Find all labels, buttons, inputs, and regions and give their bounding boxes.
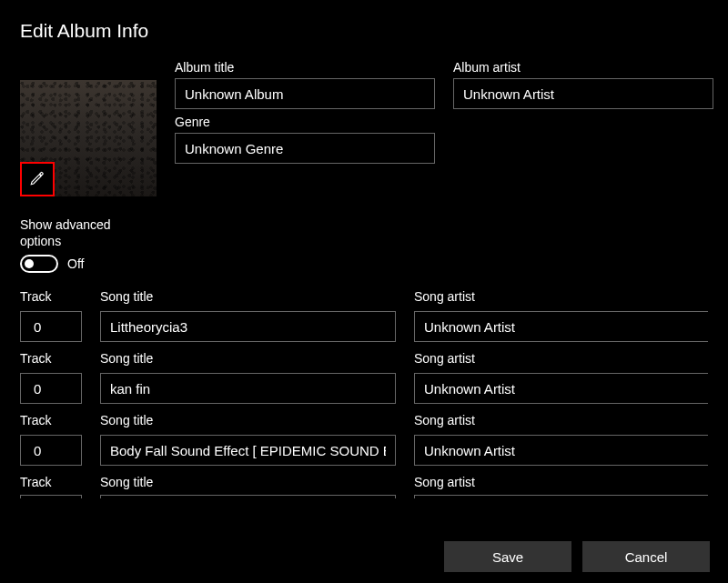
album-title-label: Album title [175, 60, 435, 75]
edit-album-art-button[interactable] [20, 162, 55, 196]
album-art [20, 60, 157, 196]
track-number-input[interactable] [20, 373, 82, 404]
track-list: Track Song title Song artist Track Song … [20, 289, 708, 498]
song-title-label: Song title [100, 413, 396, 427]
track-row: Track Song title Song artist [20, 351, 708, 404]
advanced-toggle[interactable] [20, 255, 58, 273]
pencil-icon [29, 170, 46, 189]
track-number-input[interactable] [20, 311, 82, 342]
song-artist-label: Song artist [414, 475, 708, 489]
song-artist-label: Song artist [414, 351, 708, 366]
toggle-knob [25, 259, 34, 268]
song-artist-label: Song artist [414, 289, 708, 304]
album-title-input[interactable] [175, 78, 435, 109]
song-title-input[interactable] [100, 495, 396, 498]
track-row: Track Song title Song artist [20, 413, 708, 466]
track-number-input[interactable] [20, 435, 82, 466]
song-artist-label: Song artist [414, 413, 708, 427]
album-artist-input[interactable] [453, 78, 713, 109]
album-artist-label: Album artist [453, 60, 713, 75]
save-button[interactable]: Save [444, 541, 571, 572]
song-title-input[interactable] [100, 311, 396, 342]
advanced-toggle-state: Off [67, 256, 84, 271]
song-title-input[interactable] [100, 373, 396, 404]
song-artist-input[interactable] [414, 435, 708, 466]
track-number-input[interactable] [20, 495, 82, 498]
dialog-title: Edit Album Info [20, 20, 708, 42]
cancel-button[interactable]: Cancel [582, 541, 710, 572]
track-label: Track [20, 351, 82, 366]
song-title-label: Song title [100, 351, 396, 366]
genre-label: Genre [175, 115, 435, 129]
song-title-label: Song title [100, 475, 396, 489]
song-artist-input[interactable] [414, 311, 708, 342]
song-title-input[interactable] [100, 435, 396, 466]
track-label: Track [20, 289, 82, 304]
genre-input[interactable] [175, 133, 435, 164]
song-title-label: Song title [100, 289, 396, 304]
song-artist-input[interactable] [414, 495, 708, 498]
advanced-options-label: Show advanced options [20, 216, 138, 249]
song-artist-input[interactable] [414, 373, 708, 404]
track-label: Track [20, 413, 82, 427]
track-label: Track [20, 475, 82, 489]
track-row: Track Song title Song artist [20, 475, 708, 498]
track-row: Track Song title Song artist [20, 289, 708, 342]
